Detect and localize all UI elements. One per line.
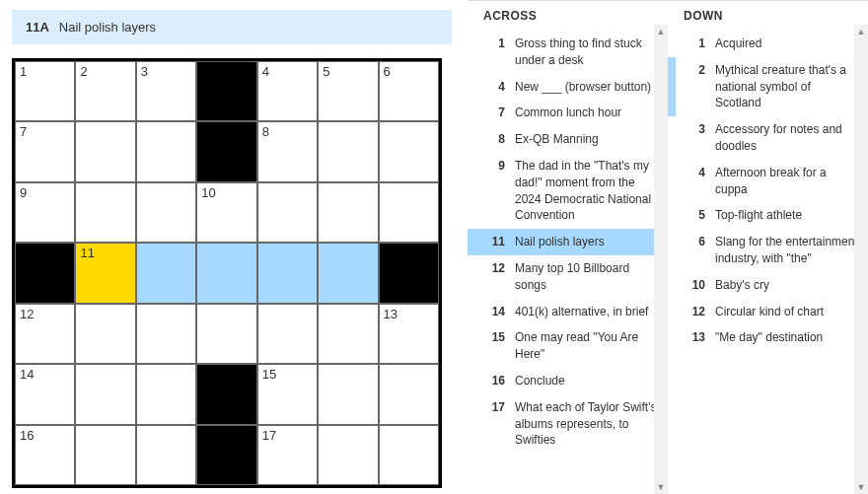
cell[interactable]: 1 <box>15 61 75 121</box>
clue-text: Mythical creature that's a national symb… <box>715 62 858 111</box>
scrollbar-track[interactable]: ▲ ▼ <box>654 25 668 494</box>
clue-item[interactable]: 4Afternoon break for a cuppa <box>668 160 868 203</box>
clue-item[interactable]: 7Common lunch hour <box>468 100 668 126</box>
cell[interactable] <box>136 182 196 243</box>
cell[interactable]: 5 <box>318 61 378 121</box>
clue-text: 401(k) alternative, in brief <box>515 304 658 320</box>
clue-item[interactable]: 3Accessory for notes and doodles <box>668 116 868 160</box>
cell[interactable] <box>75 364 135 424</box>
cell[interactable] <box>257 304 318 364</box>
puzzle-panel: 11A Nail polish layers 12345678910111213… <box>0 0 468 494</box>
across-clue-list[interactable]: 1Gross thing to find stuck under a desk4… <box>468 31 668 494</box>
cell[interactable] <box>196 243 256 303</box>
cell[interactable] <box>318 182 378 243</box>
clue-item[interactable]: 12Circular kind of chart <box>668 299 868 325</box>
cell[interactable]: 15 <box>257 364 318 424</box>
cell[interactable] <box>196 304 256 364</box>
current-clue-number: 11A <box>26 20 49 35</box>
crossword-app: 11A Nail polish layers 12345678910111213… <box>0 0 868 494</box>
cell[interactable] <box>318 364 378 424</box>
clue-number: 1 <box>684 35 705 52</box>
clue-item[interactable]: 5Top-flight athlete <box>668 202 868 229</box>
clue-item[interactable]: 1Acquired <box>668 31 868 57</box>
cell[interactable] <box>257 182 318 243</box>
cell[interactable] <box>75 425 135 485</box>
down-column: DOWN 1Acquired2Mythical creature that's … <box>668 1 868 494</box>
crossword-grid[interactable]: 1234567891011121314151617 <box>12 58 442 488</box>
cell[interactable] <box>136 304 196 364</box>
cell[interactable]: 13 <box>379 304 439 364</box>
cell[interactable]: 11 <box>75 243 135 303</box>
clue-item[interactable]: 13"Me day" destination <box>668 324 868 351</box>
cell[interactable] <box>136 364 196 424</box>
cell[interactable] <box>318 425 378 485</box>
clue-text: Common lunch hour <box>515 105 658 121</box>
cell[interactable] <box>379 425 439 485</box>
clue-number: 8 <box>483 131 505 148</box>
clue-item[interactable]: 9The dad in the "That's my dad!" moment … <box>468 153 668 229</box>
clue-text: One may read "You Are Here" <box>515 329 658 363</box>
cell-number: 7 <box>20 124 27 139</box>
cell[interactable] <box>75 121 135 181</box>
cell[interactable] <box>318 243 378 303</box>
cell[interactable]: 16 <box>15 425 75 485</box>
cell[interactable] <box>379 364 439 424</box>
cell[interactable]: 14 <box>15 364 75 424</box>
cell-number: 1 <box>20 64 27 79</box>
cell[interactable]: 3 <box>136 61 196 121</box>
cell[interactable]: 7 <box>15 121 75 181</box>
cell[interactable]: 8 <box>257 121 318 181</box>
clue-text: Ex-QB Manning <box>515 131 658 148</box>
down-clue-list[interactable]: 1Acquired2Mythical creature that's a nat… <box>668 31 868 494</box>
clue-item[interactable]: 1Gross thing to find stuck under a desk <box>468 31 668 74</box>
cell[interactable] <box>318 304 378 364</box>
clue-item[interactable]: 6Slang for the entertainment industry, w… <box>668 229 868 272</box>
cell[interactable]: 12 <box>15 304 75 364</box>
clue-text: What each of Taylor Swift's albums repre… <box>515 399 658 449</box>
down-header: DOWN <box>668 9 868 31</box>
cell[interactable] <box>136 425 196 485</box>
cell[interactable] <box>379 121 439 181</box>
cell[interactable]: 2 <box>75 61 135 121</box>
scroll-up-icon[interactable]: ▲ <box>654 25 668 38</box>
clue-item[interactable]: 15One may read "You Are Here" <box>468 324 668 368</box>
clue-item[interactable]: 14401(k) alternative, in brief <box>468 299 668 325</box>
clue-item[interactable]: 8Ex-QB Manning <box>468 126 668 153</box>
clue-number: 5 <box>684 207 705 224</box>
clue-item[interactable]: 4New ___ (browser button) <box>468 74 668 101</box>
clue-number: 3 <box>684 121 705 155</box>
cell-number: 14 <box>20 367 34 382</box>
clue-text: The dad in the "That's my dad!" moment f… <box>515 158 658 224</box>
cell[interactable] <box>318 121 378 181</box>
cell[interactable] <box>257 243 318 303</box>
cell[interactable]: 17 <box>257 425 318 485</box>
cell-number: 8 <box>262 124 269 139</box>
clue-text: Accessory for notes and doodles <box>715 121 858 155</box>
scrollbar-track[interactable]: ▲ ▼ <box>854 25 868 494</box>
clue-item[interactable]: 10Baby's cry <box>668 272 868 299</box>
scroll-up-icon[interactable]: ▲ <box>854 25 868 38</box>
clue-item[interactable]: 2Mythical creature that's a national sym… <box>668 57 868 116</box>
clue-number: 12 <box>684 304 705 320</box>
clue-text: Circular kind of chart <box>715 304 858 320</box>
clue-item[interactable]: 12Many top 10 Billboard songs <box>468 255 668 299</box>
cell[interactable]: 10 <box>196 182 256 243</box>
cell[interactable] <box>75 304 135 364</box>
scroll-down-icon[interactable]: ▼ <box>854 480 868 494</box>
cell-number: 4 <box>262 64 269 79</box>
cell[interactable]: 4 <box>257 61 318 121</box>
cell[interactable] <box>379 182 439 243</box>
clue-text: New ___ (browser button) <box>515 79 658 96</box>
current-clue-bar[interactable]: 11A Nail polish layers <box>12 10 452 44</box>
cell[interactable] <box>136 121 196 181</box>
clue-item[interactable]: 11Nail polish layers <box>468 229 668 255</box>
cell[interactable]: 6 <box>379 61 439 121</box>
clue-number: 9 <box>483 158 505 224</box>
cell[interactable] <box>75 182 135 243</box>
cell-black <box>379 243 439 303</box>
scroll-down-icon[interactable]: ▼ <box>654 480 668 494</box>
cell[interactable] <box>136 243 196 303</box>
clue-item[interactable]: 17What each of Taylor Swift's albums rep… <box>468 394 668 454</box>
cell[interactable]: 9 <box>15 182 75 243</box>
clue-item[interactable]: 16Conclude <box>468 368 668 394</box>
